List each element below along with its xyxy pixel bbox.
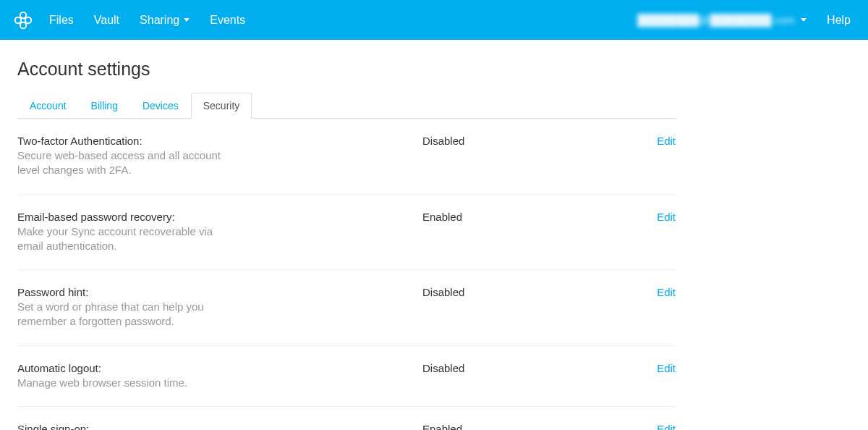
svg-point-0 [20, 12, 26, 17]
setting-action: Edit [632, 286, 676, 298]
setting-action: Edit [632, 423, 676, 430]
settings-list: Two-factor Authentication: Secure web-ba… [17, 119, 676, 430]
edit-link[interactable]: Edit [657, 362, 676, 374]
nav-events[interactable]: Events [210, 14, 245, 27]
user-email: ████████@████████.com [637, 14, 795, 26]
chevron-down-icon [184, 18, 190, 22]
svg-point-3 [20, 22, 26, 28]
content: Account settings Account Billing Devices… [0, 40, 693, 430]
setting-row-recovery: Email-based password recovery: Make your… [17, 195, 676, 271]
nav-files[interactable]: Files [49, 14, 74, 27]
setting-action: Edit [632, 135, 676, 147]
setting-status: Disabled [299, 362, 632, 374]
setting-status: Disabled [299, 286, 632, 298]
setting-action: Edit [632, 362, 676, 374]
svg-point-2 [25, 17, 31, 22]
tab-billing[interactable]: Billing [79, 93, 130, 119]
nav-left: Files Vault Sharing Events [49, 14, 245, 27]
setting-title: Email-based password recovery: [17, 211, 299, 223]
help-link[interactable]: Help [827, 14, 851, 27]
setting-status: Disabled [299, 135, 632, 147]
setting-row-hint: Password hint: Set a word or phrase that… [17, 270, 676, 346]
setting-row-2fa: Two-factor Authentication: Secure web-ba… [17, 119, 676, 195]
chevron-down-icon [801, 18, 807, 22]
setting-title: Automatic logout: [17, 362, 299, 374]
nav-vault[interactable]: Vault [94, 14, 119, 27]
setting-info: Two-factor Authentication: Secure web-ba… [17, 135, 299, 178]
setting-action: Edit [632, 211, 676, 223]
setting-desc: Manage web browser session time. [17, 376, 242, 390]
setting-row-logout: Automatic logout: Manage web browser ses… [17, 346, 676, 407]
navbar: Files Vault Sharing Events ████████@████… [0, 0, 868, 40]
setting-info: Email-based password recovery: Make your… [17, 211, 299, 254]
tab-security[interactable]: Security [191, 93, 252, 119]
setting-row-sso: Single sign-on: Manage SSO settings from… [17, 407, 676, 430]
setting-info: Automatic logout: Manage web browser ses… [17, 362, 299, 390]
page-title: Account settings [17, 59, 676, 80]
tabs: Account Billing Devices Security [17, 93, 676, 119]
setting-desc: Set a word or phrase that can help you r… [17, 300, 242, 329]
edit-link[interactable]: Edit [657, 286, 676, 298]
setting-info: Single sign-on: Manage SSO settings from… [17, 423, 299, 430]
svg-point-1 [15, 17, 21, 22]
setting-info: Password hint: Set a word or phrase that… [17, 286, 299, 329]
user-menu[interactable]: ████████@████████.com [637, 14, 807, 26]
setting-desc: Make your Sync account recoverable via e… [17, 224, 242, 254]
setting-title: Two-factor Authentication: [17, 135, 299, 147]
setting-desc: Secure web-based access and all account … [17, 148, 242, 178]
setting-title: Single sign-on: [17, 423, 299, 430]
nav-sharing-label: Sharing [140, 14, 179, 27]
edit-link[interactable]: Edit [657, 135, 676, 147]
nav-sharing[interactable]: Sharing [140, 14, 190, 27]
app-logo-icon[interactable] [13, 10, 33, 30]
setting-title: Password hint: [17, 286, 299, 298]
edit-link[interactable]: Edit [657, 211, 676, 223]
setting-status: Enabled [299, 211, 632, 223]
tab-devices[interactable]: Devices [130, 93, 191, 119]
tab-account[interactable]: Account [17, 93, 79, 119]
nav-right: ████████@████████.com Help [637, 14, 851, 27]
edit-link[interactable]: Edit [657, 423, 676, 430]
setting-status: Enabled [299, 423, 632, 430]
